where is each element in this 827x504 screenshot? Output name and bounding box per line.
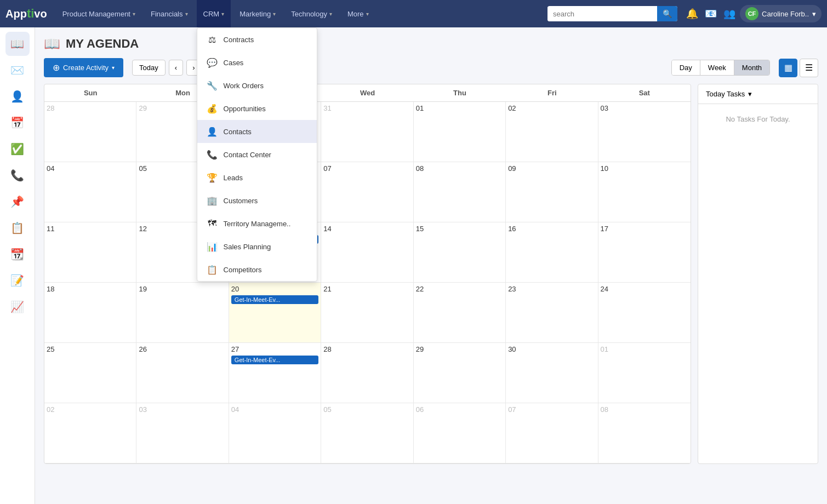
- page-icon: 📖: [44, 36, 60, 51]
- prev-button[interactable]: ‹: [169, 60, 183, 76]
- sidebar-icon-contact[interactable]: 👤: [5, 84, 30, 108]
- nav-financials[interactable]: Financials ▾: [144, 0, 195, 27]
- today-button[interactable]: Today: [132, 60, 166, 76]
- cal-cell-1-0[interactable]: 04: [44, 162, 136, 222]
- sidebar-icon-book[interactable]: 📖: [5, 32, 30, 56]
- search-input[interactable]: [547, 7, 657, 21]
- cal-cell-2-3[interactable]: 14: [321, 222, 413, 283]
- list-view-button[interactable]: ☰: [800, 59, 818, 77]
- cal-date: 27: [231, 345, 318, 353]
- calendar-display-toggle: ▦ ☰: [779, 59, 818, 77]
- nav-marketing[interactable]: Marketing ▾: [233, 0, 282, 27]
- cal-cell-2-4[interactable]: 15: [414, 222, 506, 283]
- event-pill[interactable]: Get-In-Meet-Ev...: [231, 356, 318, 364]
- cal-cell-4-6[interactable]: 01: [598, 343, 691, 403]
- page-title: MY AGENDA: [66, 37, 139, 51]
- cal-cell-2-0[interactable]: 11: [44, 222, 136, 283]
- sidebar-icon-mail[interactable]: ✉️: [5, 58, 30, 82]
- cal-cell-1-5[interactable]: 09: [506, 162, 598, 222]
- chevron-down-icon: ▾: [112, 65, 115, 71]
- cal-cell-0-5[interactable]: 02: [506, 102, 598, 162]
- cal-cell-4-2[interactable]: 27Get-In-Meet-Ev...: [229, 343, 321, 403]
- calendar-wrapper: SunMonTueWedThuFriSat 282930310102030405…: [44, 84, 691, 464]
- today-tasks-header[interactable]: Today Tasks ▾: [698, 84, 818, 104]
- nav-more[interactable]: More ▾: [341, 0, 375, 27]
- cal-cell-3-4[interactable]: 22: [414, 283, 506, 343]
- cal-cell-4-3[interactable]: 28: [321, 343, 413, 403]
- crm-menu-item-contracts[interactable]: ⚖Contracts: [197, 28, 317, 51]
- nav-technology[interactable]: Technology ▾: [284, 0, 339, 27]
- cal-cell-1-4[interactable]: 08: [414, 162, 506, 222]
- app-logo[interactable]: Apptivo: [5, 7, 47, 21]
- notification-icon[interactable]: 🔔: [686, 8, 698, 20]
- cal-cell-5-5[interactable]: 07: [506, 403, 598, 463]
- cal-cell-3-5[interactable]: 23: [506, 283, 598, 343]
- month-view-button[interactable]: Month: [734, 60, 769, 75]
- nav-product-management[interactable]: Product Management ▾: [56, 0, 142, 27]
- cal-date: 08: [416, 164, 503, 173]
- cal-date: 15: [416, 225, 503, 233]
- cal-cell-3-2[interactable]: 20Get-In-Meet-Ev...: [229, 283, 321, 343]
- cal-cell-5-0[interactable]: 02: [44, 403, 136, 463]
- cal-cell-3-0[interactable]: 18: [44, 283, 136, 343]
- sidebar-icon-cal2[interactable]: 📆: [5, 242, 30, 266]
- cal-date: 28: [47, 104, 134, 112]
- day-view-button[interactable]: Day: [672, 60, 700, 75]
- cal-cell-1-6[interactable]: 10: [598, 162, 691, 222]
- crm-menu-item-territory[interactable]: 🗺Territory Manageme..: [197, 212, 317, 235]
- crm-menu-item-sales-planning[interactable]: 📊Sales Planning: [197, 235, 317, 258]
- mail-icon[interactable]: 📧: [705, 8, 717, 20]
- cal-cell-4-4[interactable]: 29: [414, 343, 506, 403]
- week-view-button[interactable]: Week: [700, 60, 734, 75]
- nav-crm[interactable]: CRM ▾ ⚖Contracts💬Cases🔧Work Orders💰Oppor…: [197, 0, 231, 27]
- cal-cell-4-0[interactable]: 25: [44, 343, 136, 403]
- cal-cell-5-2[interactable]: 04: [229, 403, 321, 463]
- cal-cell-3-3[interactable]: 21: [321, 283, 413, 343]
- cal-cell-0-6[interactable]: 03: [598, 102, 691, 162]
- sidebar-icon-check[interactable]: ✅: [5, 137, 30, 161]
- cal-cell-4-5[interactable]: 30: [506, 343, 598, 403]
- crm-menu-item-cases[interactable]: 💬Cases: [197, 51, 317, 74]
- sidebar-icon-pin[interactable]: 📌: [5, 190, 30, 214]
- sidebar-icon-list[interactable]: 📋: [5, 216, 30, 240]
- calendar-header: SunMonTueWedThuFriSat: [44, 84, 691, 102]
- cal-cell-5-6[interactable]: 08: [598, 403, 691, 463]
- sidebar-icon-phone[interactable]: 📞: [5, 163, 30, 187]
- crm-menu-item-leads[interactable]: 🏆Leads: [197, 166, 317, 189]
- menu-label: Contracts: [224, 36, 254, 44]
- cal-cell-0-4[interactable]: 01: [414, 102, 506, 162]
- cal-cell-2-5[interactable]: 16: [506, 222, 598, 283]
- crm-menu-item-work-orders[interactable]: 🔧Work Orders: [197, 74, 317, 97]
- cal-cell-3-6[interactable]: 24: [598, 283, 691, 343]
- cal-cell-5-3[interactable]: 05: [321, 403, 413, 463]
- user-profile[interactable]: CF Caroline Forb.. ▾: [740, 5, 822, 22]
- chevron-down-icon: ▾: [366, 11, 369, 17]
- crm-menu-item-customers[interactable]: 🏢Customers: [197, 189, 317, 212]
- cal-date: 02: [508, 104, 595, 112]
- cal-cell-4-1[interactable]: 26: [136, 343, 229, 403]
- cal-cell-5-4[interactable]: 06: [414, 403, 506, 463]
- sidebar-icon-calendar[interactable]: 📅: [5, 111, 30, 135]
- grid-view-button[interactable]: ▦: [779, 59, 797, 77]
- create-activity-button[interactable]: ⊕ Create Activity ▾: [44, 58, 123, 77]
- cal-date: 01: [416, 104, 503, 112]
- cal-cell-1-3[interactable]: 07: [321, 162, 413, 222]
- sidebar-icon-note[interactable]: 📝: [5, 268, 30, 293]
- contacts-icon[interactable]: 👥: [723, 8, 735, 20]
- cal-date: 19: [139, 285, 226, 293]
- cal-cell-5-1[interactable]: 03: [136, 403, 229, 463]
- cal-cell-0-3[interactable]: 31: [321, 102, 413, 162]
- crm-menu-item-contact-center[interactable]: 📞Contact Center: [197, 143, 317, 166]
- sidebar-icon-chart[interactable]: 📈: [5, 295, 30, 319]
- cal-cell-0-0[interactable]: 28: [44, 102, 136, 162]
- crm-menu-item-competitors[interactable]: 📋Competitors: [197, 258, 317, 281]
- cal-cell-3-1[interactable]: 19: [136, 283, 229, 343]
- crm-menu-item-opportunities[interactable]: 💰Opportunities: [197, 97, 317, 120]
- crm-menu-item-contacts[interactable]: 👤Contacts: [197, 120, 317, 143]
- search-button[interactable]: 🔍: [657, 6, 677, 21]
- cal-date: 07: [323, 164, 410, 173]
- chevron-down-icon: ▾: [812, 10, 816, 18]
- cal-cell-2-6[interactable]: 17: [598, 222, 691, 283]
- event-pill[interactable]: Get-In-Meet-Ev...: [231, 295, 318, 304]
- menu-icon: ⚖: [206, 33, 218, 45]
